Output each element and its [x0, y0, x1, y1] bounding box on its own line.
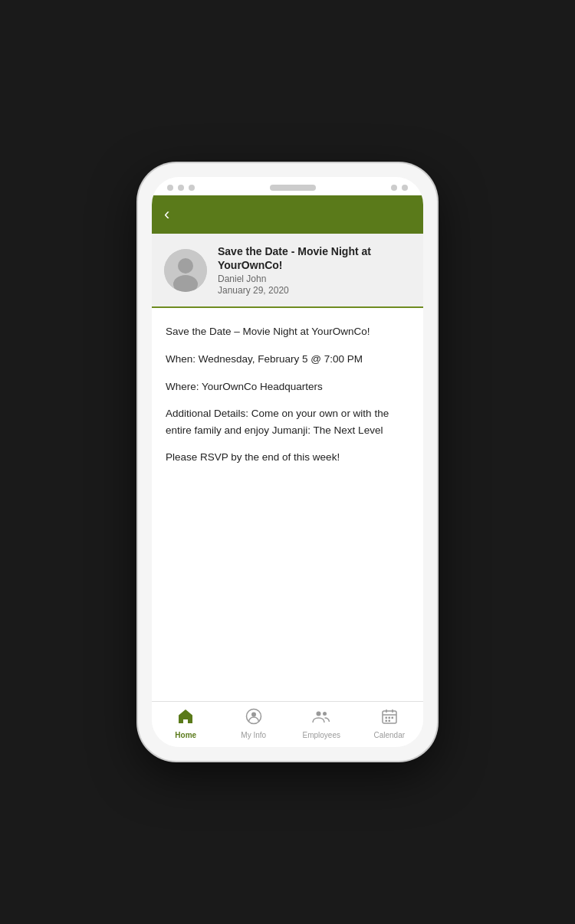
- status-dot-4: [391, 185, 397, 191]
- status-bar: [152, 177, 423, 195]
- svg-rect-11: [385, 717, 387, 719]
- nav-item-myinfo[interactable]: My Info: [231, 708, 277, 739]
- content-paragraph-1: Save the Date – Movie Night at YourOwnCo…: [166, 323, 409, 340]
- status-dot-5: [402, 185, 408, 191]
- svg-rect-12: [388, 717, 390, 719]
- content-paragraph-5: Please RSVP by the end of this week!: [166, 449, 409, 466]
- signal-dot-2: [178, 185, 184, 191]
- nav-label-home: Home: [175, 731, 196, 739]
- message-meta: Save the Date - Movie Night at YourOwnCo…: [218, 244, 411, 296]
- content-paragraph-3: Where: YourOwnCo Headquarters: [166, 378, 409, 395]
- header-bar: ‹: [152, 195, 423, 234]
- employees-icon: [312, 708, 330, 729]
- signal-dot-1: [167, 185, 173, 191]
- nav-item-calendar[interactable]: Calendar: [366, 708, 412, 739]
- phone-screen: ‹ Save the Date - Movie Night at YourOwn…: [152, 177, 423, 747]
- svg-rect-13: [391, 717, 393, 719]
- message-title: Save the Date - Movie Night at YourOwnCo…: [218, 244, 411, 272]
- svg-rect-15: [388, 720, 390, 722]
- svg-rect-14: [385, 720, 387, 722]
- message-sender: Daniel John: [218, 274, 411, 284]
- back-button[interactable]: ‹: [164, 206, 169, 223]
- svg-point-5: [317, 712, 321, 716]
- nav-item-employees[interactable]: Employees: [298, 708, 344, 739]
- status-left-dots: [167, 185, 195, 191]
- myinfo-icon: [245, 708, 262, 729]
- svg-point-6: [323, 712, 327, 716]
- avatar: [164, 249, 207, 292]
- calendar-icon: [381, 708, 398, 729]
- nav-item-home[interactable]: Home: [163, 708, 209, 739]
- bottom-nav: Home My Info: [152, 701, 423, 747]
- nav-label-myinfo: My Info: [241, 731, 266, 739]
- message-header: Save the Date - Movie Night at YourOwnCo…: [152, 234, 423, 308]
- nav-label-calendar: Calendar: [373, 731, 405, 739]
- home-icon: [177, 708, 194, 729]
- content-area: Save the Date – Movie Night at YourOwnCo…: [152, 308, 423, 701]
- message-date: January 29, 2020: [218, 285, 411, 296]
- content-paragraph-4: Additional Details: Come on your own or …: [166, 405, 409, 438]
- phone-frame: ‹ Save the Date - Movie Night at YourOwn…: [138, 163, 437, 761]
- content-paragraph-2: When: Wednesday, February 5 @ 7:00 PM: [166, 351, 409, 368]
- nav-label-employees: Employees: [303, 731, 340, 739]
- content-text: Save the Date – Movie Night at YourOwnCo…: [166, 323, 409, 466]
- svg-point-1: [178, 258, 193, 274]
- svg-point-4: [251, 713, 256, 717]
- status-right-dots: [391, 185, 408, 191]
- camera-notch: [270, 185, 316, 191]
- avatar-image: [164, 249, 207, 292]
- signal-dot-3: [189, 185, 195, 191]
